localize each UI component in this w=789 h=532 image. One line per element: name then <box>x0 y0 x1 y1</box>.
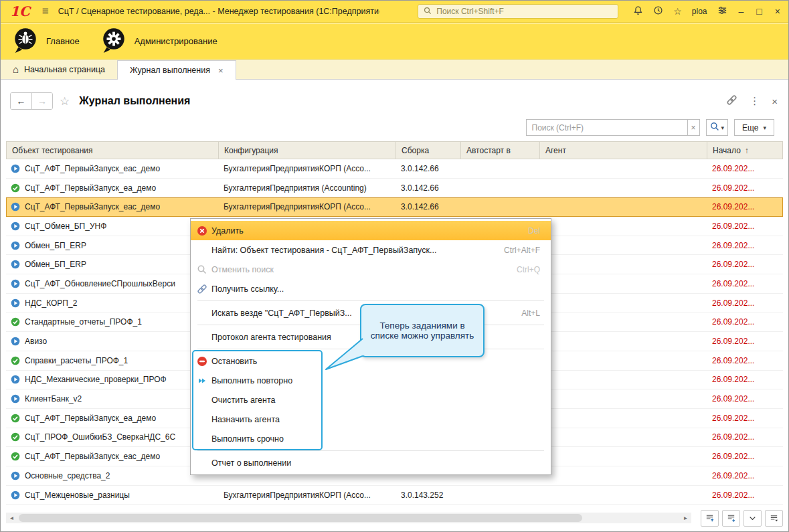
build-cell: 3.0.142.66 <box>396 179 460 197</box>
horizontal-scrollbar[interactable]: ◄ ► <box>6 513 691 523</box>
section-administration[interactable]: Администрирование <box>100 25 217 57</box>
menu-item[interactable]: Отчет о выполнении <box>191 453 551 472</box>
callout-bubble: Теперь заданиями в списке можно управлят… <box>360 304 485 357</box>
column-header[interactable]: Конфигурация <box>219 142 396 159</box>
menu-item[interactable]: Выполнить срочно <box>191 429 551 448</box>
search-button[interactable]: ▾ <box>706 119 729 136</box>
close-window-button[interactable]: × <box>774 6 782 17</box>
settings-sliders-icon[interactable] <box>717 5 727 17</box>
section-main[interactable]: Главное <box>11 25 80 57</box>
menu-item-shortcut: Del <box>512 226 540 236</box>
test-object-cell: СцТ_АФТ_ПервыйЗапуск_еас_демо <box>6 197 218 216</box>
search-icon <box>710 122 719 133</box>
close-tab-icon[interactable]: × <box>218 66 224 76</box>
notifications-bell-icon[interactable] <box>633 5 643 17</box>
go-to-bottom-button[interactable] <box>722 510 740 527</box>
test-object-cell: Обмен_БП_ERP <box>6 236 218 255</box>
search-input[interactable] <box>526 119 688 136</box>
table-header: Объект тестированияКонфигурацияСборкаАвт… <box>6 141 783 159</box>
menu-item[interactable]: Выполнить повторно <box>191 371 551 390</box>
back-button[interactable]: ← <box>11 93 31 109</box>
more-menu-icon[interactable]: ⋮ <box>750 95 760 107</box>
menu-item[interactable]: Назначить агента <box>191 410 551 429</box>
agent-cell <box>539 351 707 370</box>
agent-cell <box>539 409 707 428</box>
agent-cell <box>539 236 707 255</box>
page-header: ← → ☆ Журнал выполнения ⋮ × <box>1 80 788 114</box>
build-cell: 3.0.143.252 <box>396 486 460 505</box>
check-status-icon <box>11 452 20 461</box>
agent-cell <box>539 428 707 447</box>
play-status-icon <box>11 164 20 173</box>
table-footer: ◄ ► <box>1 505 788 531</box>
scrollbar-thumb[interactable] <box>19 514 582 522</box>
menu-item-label: Выполнить срочно <box>211 434 284 444</box>
tab-label: Журнал выполнения <box>130 66 210 75</box>
nav-buttons: ← → <box>10 92 53 110</box>
column-header[interactable]: Агент <box>540 142 707 159</box>
test-object-name: СцТ_Межценовые_разницы <box>25 491 130 500</box>
section-label: Главное <box>46 36 80 46</box>
favorites-star-icon[interactable]: ☆ <box>673 7 682 16</box>
table-row[interactable]: СцТ_АФТ_ПервыйЗапуск_еа_демоБухгалтерияП… <box>6 179 783 198</box>
history-clock-icon[interactable] <box>653 5 663 17</box>
app-window: 1С ≡ СцТ / Сценарное тестирование, реда.… <box>0 0 789 532</box>
scrollbar-track[interactable] <box>17 513 680 523</box>
tab-execution-journal[interactable]: Журнал выполнения × <box>117 60 236 80</box>
test-object-name: Обмен_БП_ERP <box>25 241 86 250</box>
test-object-cell: СцТ_АФТ_ОбновлениеСПрошлыхВерси <box>6 274 218 293</box>
column-header[interactable]: Начало↑ <box>707 142 782 159</box>
scroll-right-icon[interactable]: ► <box>680 513 691 523</box>
column-header[interactable]: Автостарт в <box>461 142 540 159</box>
column-header[interactable]: Объект тестирования <box>7 142 219 159</box>
test-object-cell: СцТ_АФТ_ПервыйЗапуск_еа_демо <box>6 179 218 197</box>
menu-item[interactable]: Очистить агента <box>191 390 551 410</box>
table-row[interactable]: СцТ_АФТ_ПервыйЗапуск_еас_демоБухгалтерия… <box>6 159 783 179</box>
list-menu-button[interactable] <box>765 510 783 527</box>
forward-button[interactable]: → <box>31 93 52 109</box>
play-status-icon <box>11 298 20 308</box>
start-date-cell: 26.09.202... <box>707 447 783 466</box>
start-date-cell: 26.09.202... <box>707 486 783 505</box>
test-object-name: СцТ_АФТ_ПервыйЗапуск_еас_демо <box>25 164 160 173</box>
1c-logo: 1С <box>7 5 33 18</box>
collapse-button[interactable] <box>743 510 762 527</box>
column-header[interactable]: Сборка <box>396 142 461 159</box>
test-object-name: НДС_КОРП_2 <box>25 298 77 308</box>
check-status-icon <box>11 317 20 327</box>
menu-item[interactable]: УдалитьDel <box>191 221 551 240</box>
start-date-cell: 26.09.202... <box>707 389 783 408</box>
agent-cell <box>539 179 707 197</box>
main-menu-icon[interactable]: ≡ <box>39 5 52 18</box>
go-to-top-button[interactable] <box>701 510 719 527</box>
close-page-icon[interactable]: × <box>772 96 778 107</box>
table-row[interactable]: СцТ_Межценовые_разницыБухгалтерияПредпри… <box>6 486 783 505</box>
clear-search-button[interactable]: × <box>688 119 700 136</box>
test-object-cell: Стандартные_отчеты_ПРОФ_1 <box>6 313 218 332</box>
scroll-left-icon[interactable]: ◄ <box>6 513 17 523</box>
test-object-cell: НДС_КОРП_2 <box>6 294 218 313</box>
test-object-name: Справки_расчеты_ПРОФ_1 <box>25 356 128 365</box>
menu-item[interactable]: Найти: Объект тестирования - СцТ_АФТ_Пер… <box>191 240 551 260</box>
test-object-cell: Основные_средства_2 <box>6 466 218 485</box>
check-status-icon <box>11 432 20 442</box>
table-row[interactable]: СцТ_АФТ_ПервыйЗапуск_еас_демоБухгалтерия… <box>6 197 783 217</box>
get-link-icon[interactable] <box>726 94 737 108</box>
more-button[interactable]: Еще ▾ <box>734 119 774 136</box>
tab-home[interactable]: ⌂ Начальная страница <box>1 60 117 79</box>
favorite-star-icon[interactable]: ☆ <box>60 94 70 108</box>
agent-cell <box>539 255 707 274</box>
minimize-button[interactable]: – <box>737 6 746 17</box>
play-status-icon <box>11 394 20 404</box>
tabbar: ⌂ Начальная страница Журнал выполнения × <box>1 60 788 80</box>
test-object-cell: НДС_Механические_проверки_ПРОФ <box>6 371 218 389</box>
menu-item[interactable]: Получить ссылку... <box>191 279 551 298</box>
menu-item-label: Остановить <box>211 357 257 366</box>
global-search-box[interactable]: Поиск Ctrl+Shift+F <box>418 4 618 19</box>
user-name[interactable]: ploa <box>692 7 707 16</box>
play-status-icon <box>11 202 20 211</box>
maximize-button[interactable]: □ <box>755 6 763 17</box>
page-title: Журнал выполнения <box>79 95 190 107</box>
start-date-cell: 26.09.202... <box>707 197 783 216</box>
menu-separator <box>197 450 544 451</box>
